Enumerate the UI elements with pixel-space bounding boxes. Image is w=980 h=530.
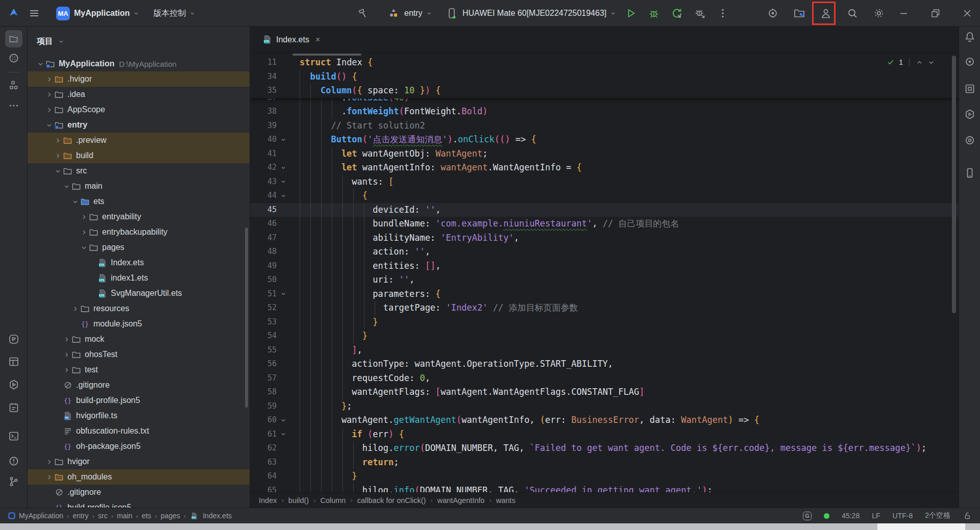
chevron-collapsed-icon[interactable] xyxy=(62,335,71,344)
more-tools-icon[interactable] xyxy=(5,97,22,114)
device-manager-icon[interactable] xyxy=(766,7,779,20)
circle-tool-icon[interactable] xyxy=(961,132,978,149)
code-line-53[interactable]: 53} xyxy=(250,315,959,330)
code-viewport[interactable]: 37.fontSize(40) 38.fontWeight(FontWeight… xyxy=(250,56,959,492)
tree-item-hvigor[interactable]: hvigor xyxy=(28,454,250,469)
status-path-item[interactable]: Index.ets xyxy=(203,512,232,520)
breadcrumb-item[interactable]: callback for onClick() xyxy=(357,496,426,504)
code-line-47[interactable]: 47abilityName: 'EntryAbility', xyxy=(250,231,959,245)
code-line-43[interactable]: 43wants: [ xyxy=(250,175,959,189)
chevron-collapsed-icon[interactable] xyxy=(44,105,54,114)
search-icon[interactable] xyxy=(846,7,859,20)
code-line-65[interactable]: 65hilog.info(DOMAIN_NUMBER, TAG, 'Succee… xyxy=(250,484,959,493)
device-selector[interactable]: HUAWEI Mate 60[MJE0224725019463] xyxy=(462,9,606,18)
code-line-63[interactable]: 63return; xyxy=(250,456,959,470)
version-control-icon[interactable] xyxy=(5,473,22,490)
tree-item-entrybackupability[interactable]: entrybackupability xyxy=(28,224,250,240)
fold-chevron-icon[interactable] xyxy=(277,189,290,203)
chevron-expanded-icon[interactable] xyxy=(70,197,80,206)
chevron-down-icon[interactable] xyxy=(609,10,617,17)
code-line-49[interactable]: 49entities: [], xyxy=(250,259,959,273)
chevron-expanded-icon[interactable] xyxy=(44,120,54,130)
tree-item-index1-ets[interactable]: ETSindex1.ets xyxy=(28,270,250,286)
chevron-collapsed-icon[interactable] xyxy=(79,212,88,221)
code-line-37[interactable]: 37.fontSize(40) xyxy=(250,98,959,105)
status-path-item[interactable]: src xyxy=(98,512,108,520)
tree-item-oh-modules[interactable]: oh_modules xyxy=(28,469,250,485)
code-line-11[interactable]: 11struct Index { xyxy=(250,56,959,70)
services-icon[interactable] xyxy=(5,376,22,393)
tree-item-ohostest[interactable]: ohosTest xyxy=(28,347,250,362)
chevron-down-icon[interactable] xyxy=(58,38,65,45)
dots-circle-icon[interactable] xyxy=(5,49,22,67)
encoding-indicator[interactable]: UTF-8 xyxy=(893,512,913,520)
g-badge-icon[interactable]: G xyxy=(803,512,812,520)
code-line-56[interactable]: 56actionType: wantAgent.OperationType.ST… xyxy=(250,357,959,371)
sdk-manager-icon[interactable] xyxy=(793,7,806,20)
fold-chevron-icon[interactable] xyxy=(277,413,290,427)
tree-item-build-profile-json5[interactable]: {}build-profile.json5 xyxy=(28,500,250,508)
chevron-collapsed-icon[interactable] xyxy=(62,365,71,374)
profiler-target-icon[interactable] xyxy=(961,53,978,70)
debug-button[interactable] xyxy=(647,7,660,20)
tree-item-myapplication[interactable]: MyApplicationD:\MyApplication xyxy=(28,56,250,71)
tree-item--preview[interactable]: .preview xyxy=(28,133,250,148)
tree-item--gitignore[interactable]: .gitignore xyxy=(28,377,250,393)
fold-chevron-icon[interactable] xyxy=(277,427,290,442)
status-path-item[interactable]: pages xyxy=(161,512,180,520)
code-line-61[interactable]: 61if (err) { xyxy=(250,427,959,442)
breadcrumb-item[interactable]: Column xyxy=(320,496,346,504)
rerun-button[interactable] xyxy=(670,7,683,20)
problems-icon[interactable] xyxy=(5,452,22,470)
fold-chevron-icon[interactable] xyxy=(277,161,290,175)
tree-item-module-json5[interactable]: {}module.json5 xyxy=(28,316,250,332)
breadcrumb-item[interactable]: wants xyxy=(496,496,516,504)
code-line-41[interactable]: 41let wantAgentObj: WantAgent; xyxy=(250,147,959,161)
fold-chevron-icon[interactable] xyxy=(277,133,290,147)
tree-item--idea[interactable]: .idea xyxy=(28,87,250,102)
chevron-down-icon[interactable] xyxy=(426,10,433,17)
chevron-collapsed-icon[interactable] xyxy=(53,136,62,145)
tree-item--gitignore[interactable]: .gitignore xyxy=(28,485,250,500)
fold-chevron-icon[interactable] xyxy=(277,175,290,189)
chevron-collapsed-icon[interactable] xyxy=(44,457,54,466)
chevron-collapsed-icon[interactable] xyxy=(79,228,88,237)
code-line-59[interactable]: 59}; xyxy=(250,399,959,414)
code-line-57[interactable]: 57requestCode: 0, xyxy=(250,371,959,386)
hexagon-tool-icon[interactable] xyxy=(961,106,978,123)
chevron-down-icon[interactable] xyxy=(133,10,140,17)
line-ending-indicator[interactable]: LF xyxy=(872,512,880,520)
inspections-widget[interactable]: 1 xyxy=(887,58,935,66)
chevron-expanded-icon[interactable] xyxy=(62,182,71,191)
code-line-39[interactable]: 39// Start solution2 xyxy=(250,119,959,133)
tree-item-resources[interactable]: resources xyxy=(28,301,250,316)
code-line-52[interactable]: 52targetPage: 'Index2' // 添加目标页面参数 xyxy=(250,301,959,315)
code-line-62[interactable]: 62hilog.error(DOMAIN_NUMBER, TAG, `Faile… xyxy=(250,441,959,456)
more-actions-icon[interactable] xyxy=(716,7,729,20)
code-line-44[interactable]: 44{ xyxy=(250,189,959,203)
project-panel-header[interactable]: 项目 xyxy=(28,27,250,56)
horizontal-scrollbar[interactable] xyxy=(292,54,361,56)
tree-item-entryability[interactable]: entryability xyxy=(28,209,250,224)
chevron-collapsed-icon[interactable] xyxy=(53,151,62,160)
code-line-54[interactable]: 54} xyxy=(250,329,959,343)
code-line-35[interactable]: 35Column({ space: 10 }) { xyxy=(250,84,959,98)
code-line-51[interactable]: 51parameters: { xyxy=(250,287,959,301)
project-icon[interactable] xyxy=(5,30,22,47)
code-line-60[interactable]: 60wantAgent.getWantAgent(wantAgentInfo, … xyxy=(250,413,959,427)
chevron-expanded-icon[interactable] xyxy=(53,166,62,175)
tree-item-svgmanagerutil-ets[interactable]: ETSSvgManagerUtil.ets xyxy=(28,286,250,301)
tree-item-pages[interactable]: pages xyxy=(28,240,250,255)
tree-item--hvigor[interactable]: .hvigor xyxy=(28,71,250,87)
structure-icon[interactable] xyxy=(5,353,22,370)
chevron-collapsed-icon[interactable] xyxy=(70,304,80,313)
breadcrumb-item[interactable]: build() xyxy=(288,496,309,504)
device-frame-icon[interactable] xyxy=(961,80,978,97)
code-line-58[interactable]: 58wantAgentFlags: [wantAgent.WantAgentFl… xyxy=(250,385,959,399)
tree-item-appscope[interactable]: AppScope xyxy=(28,102,250,117)
code-line-38[interactable]: 38.fontWeight(FontWeight.Bold) xyxy=(250,105,959,119)
close-button[interactable] xyxy=(961,7,974,20)
chevron-collapsed-icon[interactable] xyxy=(44,472,54,482)
settings-gear-icon[interactable] xyxy=(872,7,886,20)
status-breadcrumb-path[interactable]: MyApplication›entry›src›main›ets›pages›E… xyxy=(8,511,232,521)
